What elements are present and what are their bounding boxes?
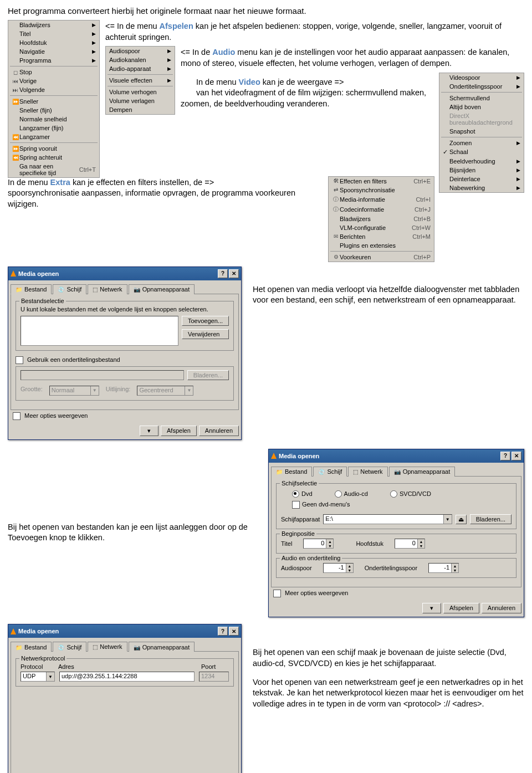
align-label: Uitlijning: — [106, 386, 131, 396]
device-label: Schijfapparaat — [281, 516, 320, 523]
close-button[interactable]: ✕ — [229, 269, 239, 278]
radio-dvd[interactable] — [292, 490, 299, 498]
tab-bestand[interactable]: Bestand — [271, 467, 312, 477]
menu-item[interactable]: Deinterlace — [449, 176, 516, 182]
menu-item[interactable]: Bladwijzers — [19, 22, 92, 28]
radio-svcd[interactable] — [390, 490, 397, 498]
menu-item[interactable]: Zoomen — [449, 140, 516, 146]
title-spinner[interactable]: 0▲▼ — [303, 539, 334, 549]
menu-item[interactable]: Audiokanalen — [109, 57, 167, 63]
menu-item[interactable]: Snapshot — [449, 128, 520, 135]
menu-item[interactable]: Langzamer — [19, 134, 96, 140]
menu-item-stop[interactable]: Stop — [19, 69, 96, 75]
menu-item[interactable]: Effecten en filters — [340, 178, 413, 185]
tab-netwerk[interactable]: Netwerk — [348, 467, 387, 477]
more-options-checkbox[interactable] — [13, 412, 21, 420]
menu-item[interactable]: Codecinformatie — [340, 206, 415, 213]
device-select[interactable]: E:\▼ — [323, 514, 452, 524]
menu-item[interactable]: Videospoor — [449, 74, 516, 81]
menu-item[interactable]: Volume verlagen — [109, 98, 171, 104]
address-input[interactable]: udp://@239.255.1.144:2288 — [59, 672, 195, 682]
menu-item[interactable]: Sneller (fijn) — [19, 107, 96, 114]
play-button[interactable]: Afspelen — [161, 426, 197, 436]
cancel-button[interactable]: Annuleren — [199, 426, 239, 436]
menu-item[interactable]: Sneller — [19, 98, 96, 105]
menu-item-next[interactable]: Volgende — [19, 86, 96, 93]
browse-button: Bladeren... — [187, 370, 229, 380]
tab-bestand[interactable]: Bestand — [11, 284, 52, 294]
menu-item: DirectX bureaubladachtergrond — [449, 112, 520, 126]
close-button[interactable]: ✕ — [229, 627, 239, 636]
group-label: Netwerkprotocol — [19, 655, 66, 662]
menu-item[interactable]: Spoorsynchronisatie — [340, 187, 431, 193]
menu-item[interactable]: Hoofdstuk — [19, 39, 92, 46]
disc-icon — [58, 644, 64, 651]
nomenu-checkbox[interactable] — [292, 501, 300, 509]
cancel-button[interactable]: Annuleren — [482, 603, 521, 613]
play-button[interactable]: Afspelen — [443, 603, 479, 613]
menu-item[interactable]: Bijsnijden — [449, 167, 516, 173]
remove-button[interactable]: Verwijderen — [182, 329, 229, 339]
menu-item[interactable]: Dempen — [109, 106, 171, 113]
eject-button[interactable]: ⏏ — [456, 515, 467, 524]
menu-item[interactable]: Media-informatie — [340, 196, 416, 203]
menu-item[interactable]: Audio-apparaat — [109, 65, 167, 72]
menu-item[interactable]: Langzamer (fijn) — [19, 125, 96, 131]
menu-item[interactable]: Programma — [19, 57, 92, 64]
more-options-checkbox[interactable] — [273, 590, 281, 597]
tab-schijf[interactable]: Schijf — [53, 642, 86, 652]
folder-icon — [276, 468, 283, 475]
menu-item[interactable]: Beeldverhouding — [449, 158, 516, 165]
size-label: Grootte: — [21, 386, 43, 396]
menu-item[interactable]: Altijd boven — [449, 104, 520, 110]
menu-item[interactable]: Bladwijzers — [340, 216, 413, 222]
title-label: Titel — [281, 540, 292, 547]
menu-item[interactable]: Normale snelheid — [19, 116, 96, 122]
menu-item[interactable]: Titel — [19, 30, 92, 37]
file-list[interactable] — [21, 316, 178, 346]
menu-item[interactable]: Berichten — [340, 233, 412, 240]
tab-netwerk[interactable]: Netwerk — [88, 284, 127, 294]
subtrack-spinner[interactable]: -1▲▼ — [428, 563, 459, 573]
menu-item[interactable]: Navigatie — [19, 48, 92, 55]
menu-item[interactable]: Audiospoor — [109, 48, 167, 54]
menu-item[interactable]: Voorkeuren — [340, 254, 413, 260]
tab-opname[interactable]: Opnameapparaat — [129, 642, 195, 652]
menu-item[interactable]: Schermvullend — [449, 95, 520, 101]
network-icon — [93, 643, 98, 650]
help-button[interactable]: ? — [500, 452, 510, 460]
menu-item[interactable]: Spring achteruit — [19, 154, 96, 161]
menu-item[interactable]: Nabewerking — [449, 185, 516, 191]
menu-item[interactable]: Ga naar een specifieke tijd — [19, 163, 79, 176]
audiotrack-spinner[interactable]: -1▲▼ — [323, 563, 354, 573]
tab-netwerk[interactable]: Netwerk — [88, 642, 127, 652]
capture-icon — [134, 286, 140, 293]
menu-item[interactable]: Volume verhogen — [109, 89, 171, 95]
close-button[interactable]: ✕ — [511, 452, 521, 460]
group-label: Schijfselectie — [280, 480, 319, 487]
help-button[interactable]: ? — [218, 269, 228, 278]
menu-item[interactable]: Ondertitelingsspoor — [449, 83, 516, 90]
menu-item[interactable]: VLM-configuratie — [340, 224, 412, 231]
radio-audiocd[interactable] — [335, 490, 342, 498]
menu-item[interactable]: Schaal — [449, 149, 520, 155]
chapter-spinner[interactable]: 0▲▼ — [395, 539, 425, 549]
menu-item-prev[interactable]: Vorige — [19, 78, 96, 84]
dialog-media-open-schijf: Media openen ? ✕ Bestand Schijf Netwerk … — [268, 449, 524, 618]
menu-item[interactable]: Plugins en extensies — [340, 242, 431, 249]
menu-item[interactable]: Visuele effecten — [109, 77, 167, 84]
tab-opname[interactable]: Opnameapparaat — [389, 467, 456, 477]
tab-schijf[interactable]: Schijf — [53, 284, 86, 294]
help-button[interactable]: ? — [218, 627, 228, 636]
tab-bestand[interactable]: Bestand — [11, 642, 52, 652]
protocol-select[interactable]: UDP▼ — [21, 672, 55, 682]
menu-item[interactable]: Spring vooruit — [19, 145, 96, 152]
dropdown-button[interactable]: ▾ — [422, 603, 441, 613]
add-button[interactable]: Toevoegen... — [182, 316, 229, 326]
group-label: Beginpositie — [280, 530, 316, 537]
tab-opname[interactable]: Opnameapparaat — [129, 284, 195, 294]
tab-schijf[interactable]: Schijf — [313, 467, 347, 477]
dropdown-button[interactable]: ▾ — [140, 426, 158, 436]
browse-button[interactable]: Bladeren... — [470, 514, 511, 524]
subtitle-checkbox[interactable] — [16, 356, 23, 364]
